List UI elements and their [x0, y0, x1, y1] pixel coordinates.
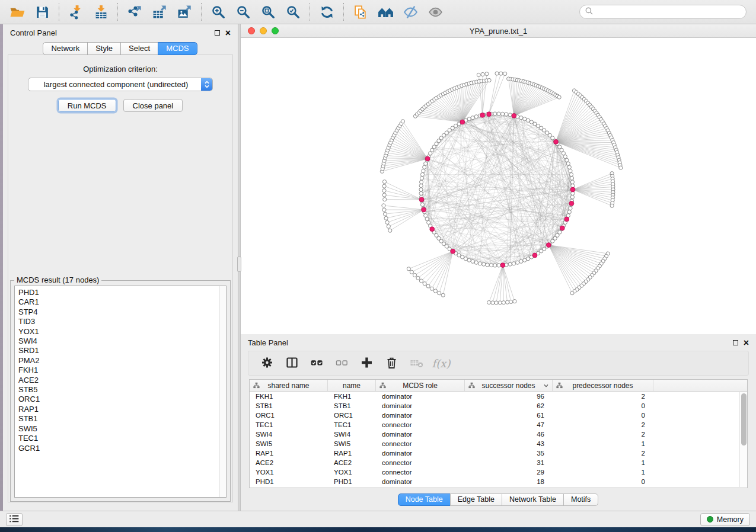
show-column-panel-button[interactable] [280, 353, 303, 373]
cell-predecessor-nodes: 1 [553, 467, 653, 477]
mcds-result-list[interactable]: PHD1CAR1STP4TID3YOX1SWI4SRD1PMA2FKH1ACE2… [14, 286, 227, 498]
export-network-button[interactable] [122, 2, 147, 22]
search-box[interactable] [579, 5, 747, 19]
table-header-row: shared namenameMCDS rolesuccessor nodesp… [250, 380, 747, 392]
mcds-result-item[interactable]: SRD1 [18, 346, 226, 355]
cell-filler [653, 458, 739, 467]
toolbar-separator [343, 3, 344, 21]
window-minimize-icon[interactable] [260, 27, 267, 34]
memory-button[interactable]: Memory [700, 513, 750, 526]
import-table-button[interactable] [88, 2, 113, 22]
column-header-successor-nodes[interactable]: successor nodes [465, 380, 553, 391]
mcds-result-item[interactable]: YOX1 [18, 327, 226, 336]
zoom-selected-button[interactable] [280, 2, 305, 22]
column-header-name[interactable]: name [328, 380, 376, 391]
criterion-dropdown[interactable]: largest connected component (undirected) [28, 78, 213, 91]
toolbar-separator [201, 3, 202, 21]
refresh-view-button[interactable] [314, 2, 339, 22]
column-header-predecessor-nodes[interactable]: predecessor nodes [553, 380, 653, 391]
table-row[interactable]: ORC1ORC1dominator610 [250, 411, 739, 420]
cell-successor-nodes: 62 [465, 401, 553, 411]
network-canvas[interactable] [241, 38, 756, 334]
tab-network[interactable]: Network [43, 42, 88, 55]
tab-node-table[interactable]: Node Table [398, 493, 451, 506]
network-window-titlebar[interactable]: YPA_prune.txt_1 [241, 24, 756, 38]
table-scrollbar[interactable] [739, 392, 747, 487]
export-image-button[interactable] [172, 2, 197, 22]
float-panel-icon[interactable] [215, 30, 220, 36]
first-neighbors-button[interactable] [373, 2, 398, 22]
window-close-icon[interactable] [248, 27, 255, 34]
splitter-grip[interactable] [237, 257, 241, 272]
table-row[interactable]: TEC1TEC1connector472 [250, 420, 739, 430]
tab-style[interactable]: Style [87, 42, 121, 55]
close-panel-button[interactable]: Close panel [123, 99, 183, 112]
float-table-panel-icon[interactable] [733, 340, 738, 345]
table-row[interactable]: FKH1FKH1dominator962 [250, 392, 739, 401]
zoom-fit-content-button[interactable] [256, 2, 280, 22]
show-all-button[interactable] [423, 2, 448, 22]
cell-successor-nodes: 46 [465, 430, 553, 439]
tab-edge-table[interactable]: Edge Table [450, 493, 502, 506]
hide-selected-button[interactable] [398, 2, 423, 22]
select-all-columns-button[interactable] [305, 353, 328, 373]
tab-select[interactable]: Select [120, 42, 158, 55]
close-table-panel-icon[interactable]: × [744, 340, 749, 346]
table-options-button[interactable] [256, 353, 278, 373]
zoom-in-button[interactable] [206, 2, 231, 22]
mcds-result-item[interactable]: ACE2 [18, 376, 226, 385]
criterion-value: largest connected component (undirected) [28, 80, 201, 89]
edge-layer [382, 73, 620, 303]
mcds-result-item[interactable]: STB5 [18, 385, 226, 395]
import-network-button[interactable] [63, 2, 88, 22]
search-input[interactable] [596, 8, 741, 16]
task-history-button[interactable] [6, 513, 23, 526]
toolbar-separator [310, 3, 310, 21]
mcds-result-item[interactable]: FKH1 [18, 366, 226, 375]
table-row[interactable]: PHD1PHD1dominator180 [250, 477, 739, 486]
clone-network-button[interactable] [348, 2, 373, 22]
open-session-button[interactable] [5, 2, 30, 22]
mcds-result-item[interactable]: CAR1 [18, 297, 226, 307]
column-header-mcds-role[interactable]: MCDS role [376, 380, 465, 391]
first-neighbors-icon [378, 5, 394, 20]
mcds-result-item[interactable]: TID3 [18, 317, 226, 326]
close-panel-icon[interactable]: × [225, 30, 231, 36]
tab-network-table[interactable]: Network Table [502, 493, 564, 506]
column-header-shared-name[interactable]: shared name [250, 380, 328, 391]
mcds-result-item[interactable]: RAP1 [18, 405, 226, 414]
network-svg[interactable] [241, 38, 756, 334]
table-row[interactable]: RAP1RAP1dominator352 [250, 448, 739, 458]
sort-indicator-icon[interactable] [543, 383, 549, 389]
run-mcds-button[interactable]: Run MCDS [58, 99, 116, 112]
tab-mcds[interactable]: MCDS [158, 42, 197, 55]
table-row[interactable]: SWI5SWI5connector431 [250, 439, 739, 448]
tab-motifs[interactable]: Motifs [563, 493, 598, 506]
export-table-button[interactable] [147, 2, 172, 22]
cell-name: FKH1 [328, 392, 376, 401]
table-row[interactable]: YOX1YOX1connector291 [250, 467, 739, 477]
panel-splitter[interactable] [238, 24, 241, 511]
mcds-result-item[interactable]: STP4 [18, 307, 226, 317]
scrollbar-thumb[interactable] [741, 393, 747, 446]
zoom-out-button[interactable] [231, 2, 256, 22]
mcds-result-item[interactable]: TEC1 [18, 434, 226, 443]
save-session-button[interactable] [30, 2, 55, 22]
table-row[interactable]: SWI4SWI4dominator462 [250, 430, 739, 439]
table-row[interactable]: STB1STB1dominator620 [250, 401, 739, 411]
mcds-result-item[interactable]: SWI5 [18, 424, 226, 434]
cell-shared-name: SWI5 [250, 439, 328, 448]
mcds-result-item[interactable]: PHD1 [18, 288, 226, 297]
mcds-result-item[interactable]: STB1 [18, 414, 226, 424]
mcds-result-item[interactable]: GCR1 [18, 444, 226, 453]
mcds-result-item[interactable]: PMA2 [18, 356, 226, 366]
table-row[interactable]: ACE2ACE2connector311 [250, 458, 739, 467]
delete-column-button[interactable] [380, 353, 403, 373]
cell-predecessor-nodes: 1 [553, 439, 653, 448]
mcds-result-item[interactable]: SWI4 [18, 336, 226, 346]
create-column-button[interactable] [355, 353, 378, 373]
mcds-result-item[interactable]: ORC1 [18, 395, 226, 404]
unselect-all-columns-button[interactable] [330, 353, 353, 373]
desktop-background-strip [0, 527, 756, 532]
window-maximize-icon[interactable] [272, 27, 279, 34]
